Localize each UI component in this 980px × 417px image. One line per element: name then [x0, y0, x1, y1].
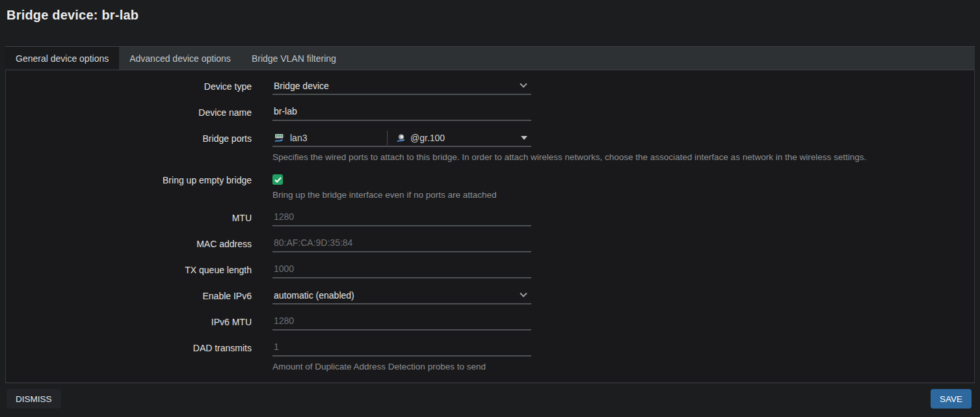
dad-transmits-label: DAD transmits [6, 340, 252, 372]
chevron-down-icon [520, 81, 527, 88]
dialog-header: Bridge device: br-lab [0, 0, 980, 46]
ethernet-port-icon [274, 133, 285, 143]
bridge-port-name: @gr.100 [410, 133, 445, 143]
device-name-input[interactable] [272, 104, 531, 121]
ipv6-mtu-label: IPv6 MTU [6, 314, 252, 330]
enable-ipv6-label: Enable IPv6 [6, 288, 252, 304]
bring-up-empty-bridge-description: Bring up the bridge interface even if no… [272, 189, 974, 200]
chevron-down-icon [520, 290, 527, 297]
tx-queue-length-input[interactable] [272, 262, 531, 278]
form-row-mac-address: MAC address [6, 235, 974, 252]
form-row-mtu: MTU [6, 209, 974, 226]
dad-transmits-input[interactable] [272, 340, 531, 356]
device-type-select[interactable]: Bridge device [272, 78, 531, 95]
enable-ipv6-select[interactable]: automatic (enabled) [272, 288, 531, 304]
tab-advanced-device-options[interactable]: Advanced device options [119, 47, 241, 70]
device-name-label: Device name [6, 104, 252, 121]
item-divider [387, 131, 388, 145]
page-title: Bridge device: br-lab [7, 8, 973, 23]
tab-bridge-vlan-filtering[interactable]: Bridge VLAN filtering [241, 47, 347, 70]
mac-address-label: MAC address [6, 235, 252, 252]
tx-queue-length-label: TX queue length [6, 262, 252, 278]
device-type-label: Device type [6, 78, 252, 95]
form-row-bring-up-empty-bridge: Bring up empty bridge Bring up the bridg… [6, 172, 974, 200]
form-row-enable-ipv6: Enable IPv6 automatic (enabled) [6, 288, 974, 304]
tab-general-device-options[interactable]: General device options [5, 47, 119, 70]
tab-label: General device options [16, 53, 109, 64]
checkmark-icon [274, 177, 282, 183]
mtu-input[interactable] [272, 209, 531, 226]
form-row-ipv6-mtu: IPv6 MTU [6, 314, 974, 330]
bridge-port-item-lan3[interactable]: lan3 [272, 133, 387, 143]
bridge-ports-description: Specifies the wired ports to attach to t… [272, 152, 974, 163]
form-panel: Device type Bridge device Device name Br… [5, 70, 975, 383]
device-type-value: Bridge device [274, 81, 329, 91]
bridge-ports-dropdown[interactable]: lan3 @gr.100 [272, 130, 531, 147]
bring-up-empty-bridge-checkbox[interactable] [272, 174, 283, 185]
dismiss-button[interactable]: DISMISS [7, 389, 61, 409]
save-button[interactable]: SAVE [931, 389, 972, 409]
bridge-port-name: lan3 [290, 133, 307, 143]
bridge-port-item-gr100[interactable]: @gr.100 [394, 133, 521, 143]
mac-address-input[interactable] [272, 235, 531, 252]
form-row-tx-queue-length: TX queue length [6, 262, 974, 278]
dropdown-caret-icon [521, 136, 527, 140]
form-row-device-name: Device name [6, 104, 974, 121]
form-row-device-type: Device type Bridge device [6, 78, 974, 95]
ipv6-mtu-input[interactable] [272, 314, 531, 330]
tunnel-icon [396, 133, 406, 143]
tab-bar: General device options Advanced device o… [5, 46, 975, 70]
tab-label: Bridge VLAN filtering [252, 53, 336, 64]
bring-up-empty-bridge-label: Bring up empty bridge [6, 172, 252, 200]
dialog-footer: DISMISS SAVE [0, 383, 980, 417]
tab-label: Advanced device options [129, 53, 231, 64]
dad-transmits-description: Amount of Duplicate Address Detection pr… [272, 361, 974, 372]
enable-ipv6-value: automatic (enabled) [274, 290, 354, 301]
bridge-ports-label: Bridge ports [6, 130, 252, 163]
form-row-bridge-ports: Bridge ports lan3 [6, 130, 974, 163]
form-row-dad-transmits: DAD transmits Amount of Duplicate Addres… [6, 340, 974, 372]
mtu-label: MTU [6, 209, 252, 226]
